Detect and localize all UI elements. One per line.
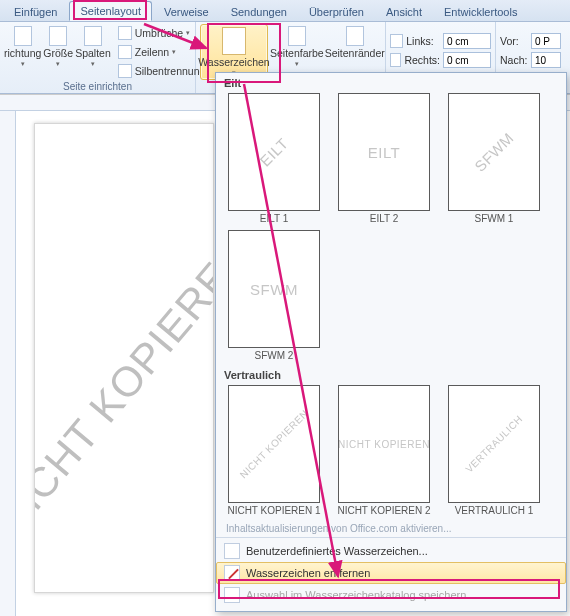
chevron-down-icon: ▾ (172, 48, 176, 56)
menu-save-label: Auswahl im Wasserzeichenkatalog speicher… (246, 589, 475, 601)
gallery-thumbs-eilt: EILTEILT 1EILTEILT 2SFWMSFWM 1 (216, 91, 566, 228)
thumb-watermark-text: VERTRAULICH (463, 413, 524, 474)
abstand-nach: Nach: (500, 51, 562, 69)
indent-right-icon (390, 53, 401, 67)
watermark-icon (222, 27, 246, 55)
thumb-label: NICHT KOPIEREN 1 (227, 505, 320, 516)
chevron-down-icon: ▾ (21, 60, 25, 68)
menu-remove-watermark[interactable]: Wasserzeichen entfernen (216, 562, 566, 584)
document-page[interactable]: NICHT KOPIEREN (34, 123, 214, 593)
watermark-gallery: Eilt EILTEILT 1EILTEILT 2SFWMSFWM 1 SFWM… (215, 72, 567, 612)
linenumbers-icon (118, 45, 132, 59)
spalten-label: Spalten (75, 47, 111, 59)
thumb-watermark-text: NICHT KOPIEREN (338, 439, 430, 450)
watermark-thumb[interactable]: SFWMSFWM 2 (226, 230, 322, 361)
gallery-update-link[interactable]: Inhaltsaktualisierungen von Office.com a… (216, 520, 566, 535)
tab-sendungen[interactable]: Sendungen (221, 3, 297, 21)
tab-entwicklertools[interactable]: Entwicklertools (434, 3, 527, 21)
groesse-label: Größe (43, 47, 73, 59)
watermark-thumb[interactable]: VERTRAULICHVERTRAULICH 1 (446, 385, 542, 516)
thumb-watermark-text: SFWM (471, 129, 517, 175)
ausrichtung-button[interactable]: richtung▾ (4, 24, 41, 70)
umbrueche-label: Umbrüche (135, 27, 183, 39)
watermark-thumb[interactable]: NICHT KOPIERENNICHT KOPIEREN 2 (336, 385, 432, 516)
gallery-thumbs-vertraulich: NICHT KOPIERENNICHT KOPIEREN 1NICHT KOPI… (216, 383, 566, 520)
thumb-label: EILT 1 (260, 213, 289, 224)
tab-ueberpruefen[interactable]: Überprüfen (299, 3, 374, 21)
abstand-vor: Vor: (500, 32, 562, 50)
tab-ansicht[interactable]: Ansicht (376, 3, 432, 21)
chevron-down-icon: ▾ (91, 60, 95, 68)
watermark-thumb[interactable]: NICHT KOPIERENNICHT KOPIEREN 1 (226, 385, 322, 516)
gallery-thumbs-eilt2: SFWMSFWM 2 (216, 228, 566, 365)
chevron-down-icon: ▾ (186, 29, 190, 37)
thumb-label: SFWM 1 (475, 213, 514, 224)
tab-verweise[interactable]: Verweise (154, 3, 219, 21)
save-gallery-icon (224, 587, 240, 603)
wasserzeichen-label: Wasserzeichen (198, 56, 269, 68)
seitenfarbe-label: Seitenfarbe (270, 47, 324, 59)
thumb-watermark-text: EILT (256, 134, 291, 169)
silben-label: Silbentrennung (135, 65, 206, 77)
size-icon (49, 26, 67, 46)
tab-einfuegen[interactable]: Einfügen (4, 3, 67, 21)
remove-watermark-icon (224, 565, 240, 581)
watermark-thumb[interactable]: SFWMSFWM 1 (446, 93, 542, 224)
seitenraender-button[interactable]: Seitenränder (326, 24, 384, 61)
abstand-nach-input[interactable] (531, 52, 561, 68)
watermark-thumb[interactable]: EILTEILT 1 (226, 93, 322, 224)
columns-icon (84, 26, 102, 46)
thumb-label: SFWM 2 (255, 350, 294, 361)
spalten-button[interactable]: Spalten▾ (75, 24, 111, 70)
custom-watermark-icon (224, 543, 240, 559)
chevron-down-icon: ▾ (295, 60, 299, 68)
gallery-category-vertraulich: Vertraulich (216, 365, 566, 383)
einzug-links: Links: (390, 32, 491, 50)
thumb-label: VERTRAULICH 1 (455, 505, 534, 516)
tab-seitenlayout[interactable]: Seitenlayout (69, 1, 152, 21)
einzug-links-input[interactable] (443, 33, 491, 49)
menu-save-to-gallery: Auswahl im Wasserzeichenkatalog speicher… (216, 584, 566, 606)
abstand-vor-input[interactable] (531, 33, 561, 49)
zeilennr-label: Zeilenn (135, 46, 169, 58)
thumb-watermark-text: SFWM (250, 281, 298, 298)
ausrichtung-label: richtung (4, 47, 41, 59)
menu-custom-watermark[interactable]: Benutzerdefiniertes Wasserzeichen... (216, 540, 566, 562)
thumb-watermark-text: NICHT KOPIEREN (238, 408, 311, 481)
menu-separator (216, 537, 566, 538)
seitenfarbe-button[interactable]: Seitenfarbe▾ (270, 24, 324, 70)
ruler-vertical[interactable] (0, 111, 16, 616)
gallery-category-eilt: Eilt (216, 73, 566, 91)
menu-custom-label: Benutzerdefiniertes Wasserzeichen... (246, 545, 428, 557)
einzug-links-label: Links: (406, 35, 440, 47)
thumb-watermark-text: EILT (368, 144, 401, 161)
pageborders-icon (346, 26, 364, 46)
abstand-nach-label: Nach: (500, 54, 528, 66)
einzug-rechts: Rechts: (390, 51, 491, 69)
menu-remove-label: Wasserzeichen entfernen (246, 567, 370, 579)
chevron-down-icon: ▾ (56, 60, 60, 68)
indent-left-icon (390, 34, 403, 48)
document-watermark: NICHT KOPIEREN (34, 229, 214, 544)
group-seite-label: Seite einrichten (4, 80, 191, 94)
ribbon-tabs: Einfügen Seitenlayout Verweise Sendungen… (0, 0, 570, 22)
breaks-icon (118, 26, 132, 40)
thumb-label: NICHT KOPIEREN 2 (337, 505, 430, 516)
watermark-thumb[interactable]: EILTEILT 2 (336, 93, 432, 224)
pagecolor-icon (288, 26, 306, 46)
groesse-button[interactable]: Größe▾ (43, 24, 73, 70)
abstand-vor-label: Vor: (500, 35, 528, 47)
hyphenation-icon (118, 64, 132, 78)
seitenraender-label: Seitenränder (325, 47, 385, 59)
orientation-icon (14, 26, 32, 46)
einzug-rechts-input[interactable] (443, 52, 491, 68)
thumb-label: EILT 2 (370, 213, 399, 224)
einzug-rechts-label: Rechts: (404, 54, 440, 66)
